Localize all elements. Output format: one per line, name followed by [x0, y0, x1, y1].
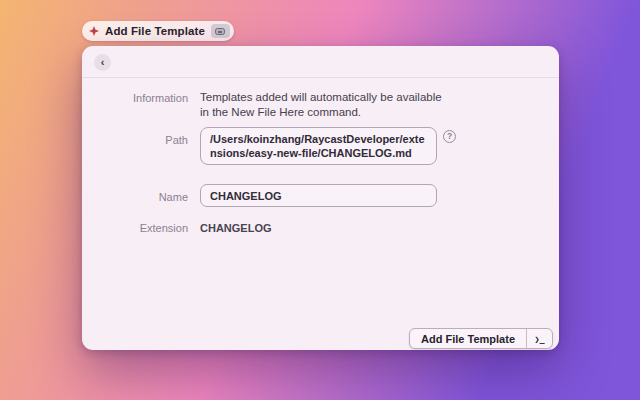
extension-value: CHANGELOG — [200, 220, 272, 234]
keycap-icon — [211, 24, 230, 38]
terminal-prompt-icon[interactable]: ❯_ — [527, 329, 552, 348]
information-label: Information — [82, 90, 188, 104]
app-window: ‹ Information Templates added will autom… — [82, 46, 559, 350]
form: Information Templates added will automat… — [82, 46, 559, 350]
information-row: Information Templates added will automat… — [82, 90, 559, 120]
add-file-template-button[interactable]: Add File Template — [410, 329, 526, 348]
information-text: Templates added will automatically be av… — [200, 90, 450, 120]
extension-icon — [89, 26, 99, 36]
name-input[interactable] — [200, 184, 437, 207]
extension-row: Extension CHANGELOG — [82, 220, 559, 234]
extension-label: Extension — [82, 220, 188, 234]
footer-actions: Add File Template ❯_ — [409, 328, 553, 349]
command-title: Add File Template — [105, 25, 205, 37]
name-row: Name — [82, 184, 559, 207]
help-icon[interactable]: ? — [443, 130, 456, 143]
name-label: Name — [82, 184, 188, 203]
path-row: Path /Users/koinzhang/RaycastDeveloper/e… — [82, 127, 559, 165]
path-field[interactable]: /Users/koinzhang/RaycastDeveloper/extens… — [200, 127, 437, 165]
command-pill[interactable]: Add File Template — [82, 21, 234, 41]
path-label: Path — [82, 127, 188, 146]
